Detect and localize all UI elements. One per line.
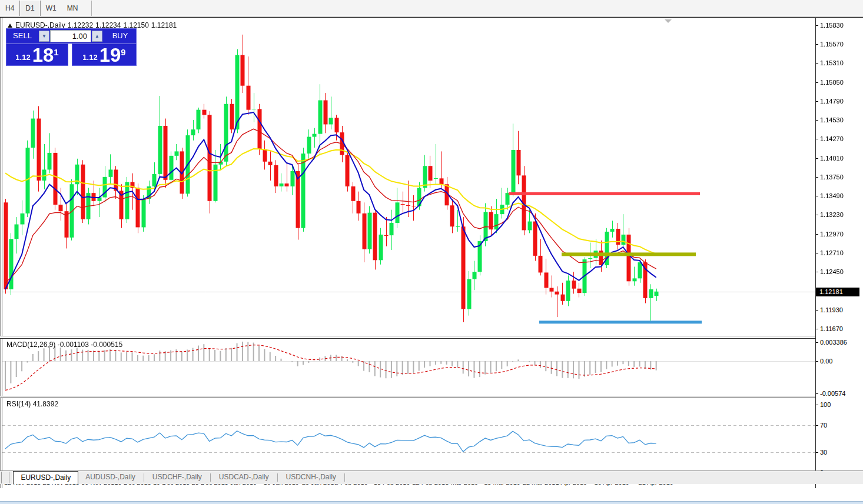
price-axis-label: 1.14270	[820, 135, 844, 142]
price-axis-label: 1.12970	[820, 231, 844, 238]
axis-tick	[816, 82, 818, 83]
sell-button[interactable]: SELL	[6, 29, 38, 44]
window-frame-line	[0, 18, 1, 488]
price-axis-label: 1.11670	[820, 325, 843, 332]
sell-price-pip: 1	[54, 47, 58, 57]
axis-tick	[816, 101, 818, 102]
sell-price-digits: 18	[32, 46, 54, 64]
axis-tick	[816, 25, 818, 26]
tab-separator	[344, 473, 345, 482]
sell-price-button[interactable]: 1.12 18 1	[6, 44, 68, 66]
buy-price-pip: 9	[121, 47, 125, 57]
buy-price-digits: 19	[99, 46, 121, 64]
rsi-axis-label: 30	[820, 449, 827, 456]
buy-price-button[interactable]: 1.12 19 9	[72, 44, 137, 66]
chart-workspace: EURUSD-,Daily1.122321.122341.121501.1218…	[0, 17, 863, 501]
one-click-trading-panel: SELL ▼ ▲ BUY 1.12 18 1 1.12 19 9	[6, 28, 137, 66]
symbol-tab-eurusd[interactable]: EURUSD-,Daily	[13, 471, 78, 484]
tab-separator	[277, 473, 278, 482]
rsi-axis-label: 70	[820, 422, 827, 429]
tab-separator	[210, 473, 211, 482]
candlestick-chart-canvas[interactable]	[2, 18, 815, 336]
sell-price-prefix: 1.12	[15, 53, 30, 62]
macd-axis-label: -0.00574	[820, 390, 845, 397]
axis-tick	[816, 253, 818, 253]
axis-tick	[816, 196, 818, 196]
axis-tick	[816, 393, 818, 394]
symbol-tab-bar: EURUSD-,DailyAUDUSD-,DailyUSDCHF-,DailyU…	[0, 470, 863, 484]
price-axis-label: 1.14790	[820, 98, 844, 105]
symbol-tab-usdchf[interactable]: USDCHF-,Daily	[145, 471, 209, 484]
price-axis-label: 1.12450	[820, 268, 844, 275]
rsi-chart-canvas[interactable]	[2, 398, 815, 475]
toolbar-separator	[91, 1, 92, 16]
volume-increase-button[interactable]: ▲	[92, 31, 102, 42]
macd-label: MACD(12,26,9) -0.001103 -0.000515	[6, 341, 122, 349]
main-chart-panel: EURUSD-,Daily1.122321.122341.121501.1218…	[2, 18, 815, 336]
axis-tick	[816, 139, 818, 139]
axis-tick	[816, 329, 818, 329]
price-axis-label: 1.15830	[820, 22, 844, 29]
axis-tick	[816, 361, 818, 362]
chart-shift-marker-icon	[665, 19, 672, 23]
axis-tick	[816, 405, 818, 405]
price-axis-label: 1.13750	[820, 173, 844, 181]
price-axis-label: 1.15310	[820, 59, 844, 66]
axis-tick	[816, 452, 818, 453]
rsi-indicator-panel: RSI(14) 41.8392	[2, 398, 815, 475]
axis-tick	[816, 63, 818, 64]
macd-chart-canvas[interactable]	[2, 339, 815, 396]
timeframe-tab-w1[interactable]: W1	[41, 1, 62, 16]
window-bottom-edge	[0, 501, 863, 504]
tab-separator	[144, 473, 144, 482]
axis-tick	[816, 310, 818, 311]
rsi-axis-label: 100	[820, 401, 831, 408]
buy-price-prefix: 1.12	[82, 53, 97, 62]
price-axis-label: 1.15050	[820, 79, 844, 86]
axis-tick	[816, 177, 818, 178]
price-axis-label: 1.11930	[820, 306, 843, 313]
macd-axis-label: 0.003386	[820, 339, 847, 346]
axis-tick	[816, 44, 818, 45]
axis-tick	[816, 272, 818, 272]
symbol-triangle-icon	[8, 24, 12, 28]
price-axis-label: 1.12710	[820, 249, 844, 256]
macd-indicator-panel: MACD(12,26,9) -0.001103 -0.000515	[2, 339, 815, 396]
price-axis-label: 1.14010	[820, 155, 844, 162]
symbol-tab-audusd[interactable]: AUDUSD-,Daily	[78, 471, 142, 484]
volume-decrease-button[interactable]: ▼	[39, 31, 49, 42]
timeframe-tab-d1[interactable]: D1	[19, 1, 40, 16]
rsi-label: RSI(14) 41.8392	[6, 400, 58, 408]
ohlc-close: 1.12181	[151, 21, 177, 29]
axis-tick	[816, 120, 818, 121]
timeframe-tab-h4[interactable]: H4	[0, 1, 19, 16]
axis-tick	[816, 215, 818, 215]
buy-button[interactable]: BUY	[103, 29, 137, 44]
price-axis-label: 1.13230	[820, 211, 844, 218]
timeframe-tab-mn[interactable]: MN	[62, 1, 84, 16]
price-axis-label: 1.15570	[820, 41, 844, 48]
symbol-tab-usdcad[interactable]: USDCAD-,Daily	[212, 471, 276, 484]
timeframe-toolbar: H4D1W1MN	[0, 0, 863, 16]
axis-tick	[816, 158, 818, 159]
tabbar-splitter[interactable]	[1, 472, 9, 483]
axis-tick	[816, 342, 818, 343]
symbol-tab-usdcnh[interactable]: USDCNH-,Daily	[279, 471, 343, 484]
current-bid-badge: 1.12181	[816, 288, 859, 296]
macd-axis-label: 0.00	[820, 358, 832, 365]
axis-tick	[816, 425, 818, 426]
price-axis[interactable]: 1.158301.155701.153101.150501.147901.145…	[816, 18, 863, 488]
price-axis-label: 1.13490	[820, 192, 844, 199]
axis-tick	[816, 234, 818, 235]
mt4-terminal: H4D1W1MN EURUSD-,Daily1.122321.122341.12…	[0, 0, 863, 504]
volume-input[interactable]	[50, 30, 91, 42]
price-axis-label: 1.14530	[820, 116, 844, 124]
